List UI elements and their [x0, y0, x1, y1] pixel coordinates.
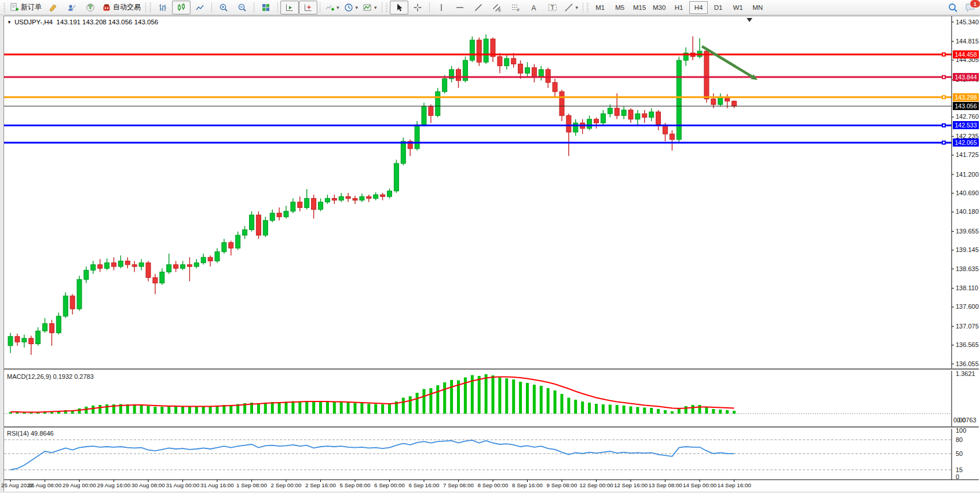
line-edit-marker-center	[943, 142, 945, 144]
macd-histogram-bar	[195, 407, 198, 414]
macd-histogram-bar	[705, 407, 708, 414]
price-tick-label: 139.655	[956, 228, 979, 235]
candle	[401, 141, 405, 163]
macd-histogram-bar	[595, 404, 598, 414]
macd-histogram-bar	[188, 407, 191, 414]
chart-symbol-period: USDJPY-,H4	[14, 19, 53, 25]
line-edit-marker-center	[943, 125, 945, 126]
hline-price-label: 143.844	[953, 73, 979, 81]
candle	[718, 97, 723, 105]
chart-ohlc-values: 143.191 143.208 143.056 143.056	[56, 19, 158, 25]
price-tick-label: 137.075	[956, 323, 979, 330]
candle	[498, 57, 502, 66]
chart-canvas[interactable]	[0, 0, 980, 493]
candle	[353, 198, 357, 200]
macd-histogram-bar	[278, 402, 281, 414]
macd-histogram-bar	[588, 403, 591, 414]
rsi-label: RSI(14) 49.8646	[7, 430, 54, 437]
candle	[98, 265, 103, 268]
candle	[236, 235, 240, 248]
bid-price-label: 143.056	[953, 102, 979, 110]
macd-histogram-bar	[388, 404, 391, 414]
candle	[456, 70, 461, 81]
candle	[594, 119, 599, 123]
macd-histogram-bar	[685, 406, 688, 414]
chart-menu-icon[interactable]: ▼	[7, 20, 12, 25]
macd-histogram-bar	[581, 401, 584, 414]
macd-histogram-bar	[92, 406, 94, 414]
candle	[422, 107, 426, 125]
price-tick-label: 136.055	[956, 360, 979, 367]
line-edit-marker-center	[943, 54, 945, 56]
candle	[518, 64, 523, 73]
date-label: 2 Sep 16:00	[305, 482, 336, 488]
candle	[621, 110, 626, 116]
candle	[319, 202, 323, 210]
candle	[174, 265, 178, 268]
candle	[608, 108, 612, 114]
macd-histogram-bar	[153, 407, 156, 414]
hline-price-label: 142.065	[953, 138, 979, 147]
candle	[525, 68, 530, 74]
candle	[125, 261, 130, 265]
candle	[642, 114, 647, 117]
candle	[181, 265, 185, 268]
price-tick-label: 140.690	[956, 189, 979, 196]
candle	[22, 338, 27, 342]
candle	[139, 263, 144, 266]
macd-histogram-bar	[257, 403, 260, 414]
macd-histogram-bar	[229, 405, 232, 414]
macd-histogram-bar	[291, 401, 294, 414]
macd-histogram-bar	[478, 376, 481, 414]
macd-histogram-bar	[443, 382, 446, 414]
macd-histogram-bar	[630, 407, 632, 414]
candle	[222, 243, 226, 252]
macd-histogram-bar	[285, 402, 288, 414]
macd-histogram-bar	[374, 404, 377, 414]
candle	[208, 257, 213, 261]
price-tick-label: 141.200	[956, 171, 979, 178]
candle	[118, 261, 123, 267]
candle	[15, 337, 20, 342]
candle	[187, 265, 192, 266]
macd-histogram-bar	[367, 404, 370, 414]
candle	[298, 202, 302, 208]
macd-histogram-bar	[574, 400, 577, 414]
macd-histogram-bar	[650, 408, 653, 414]
macd-axis-max-label: 1.3621	[956, 370, 975, 377]
candle	[291, 202, 295, 211]
macd-histogram-bar	[416, 393, 419, 414]
candle	[243, 229, 247, 235]
macd-histogram-bar	[671, 411, 674, 414]
candle	[415, 125, 419, 148]
candle	[367, 196, 371, 198]
price-tick-label: 142.760	[956, 113, 979, 120]
candle	[374, 195, 378, 198]
date-label: 29 Aug 16:00	[97, 482, 131, 488]
macd-axis-min-label: 0.0763	[957, 417, 977, 423]
macd-histogram-bar	[305, 401, 308, 414]
rsi-level-label: 80	[956, 436, 963, 443]
macd-histogram-bar	[319, 402, 322, 414]
candle	[277, 213, 281, 217]
macd-histogram-bar	[160, 407, 163, 414]
candle	[546, 70, 550, 82]
date-label: 12 Sep 16:00	[614, 482, 648, 488]
candle	[649, 112, 654, 118]
rsi-level-label: 100	[956, 427, 966, 434]
macd-histogram-bar	[498, 378, 501, 414]
macd-histogram-bar	[105, 404, 108, 414]
hline-price-label: 144.458	[953, 50, 979, 59]
macd-histogram-bar	[712, 409, 715, 414]
candle	[56, 316, 61, 333]
macd-histogram-bar	[98, 405, 101, 414]
macd-histogram-bar	[678, 408, 681, 414]
macd-histogram-bar	[512, 379, 515, 414]
macd-histogram-bar	[326, 402, 329, 414]
macd-histogram-bar	[623, 406, 626, 414]
price-tick-label: 137.600	[956, 303, 979, 310]
macd-histogram-bar	[450, 380, 453, 414]
macd-histogram-bar	[733, 411, 736, 414]
macd-histogram-bar	[699, 405, 701, 414]
candle	[153, 277, 158, 283]
